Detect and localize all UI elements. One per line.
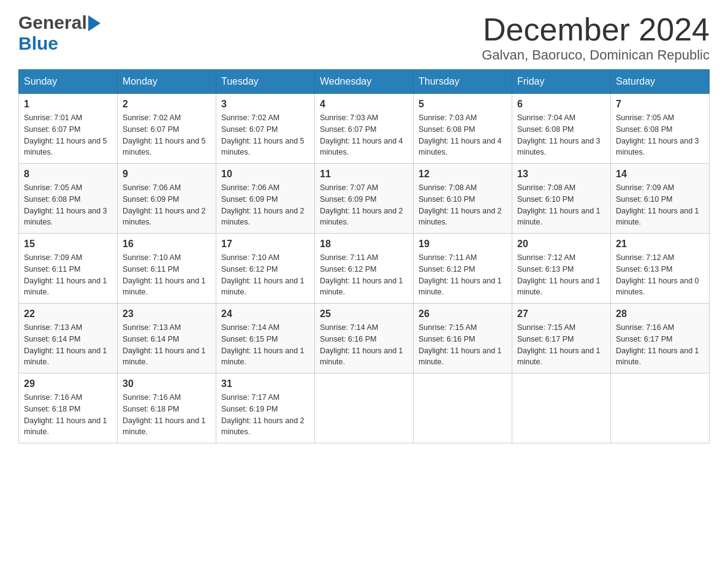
table-row [611,373,710,443]
table-row: 31 Sunrise: 7:17 AM Sunset: 6:19 PM Dayl… [216,373,315,443]
day-number: 6 [517,99,605,110]
day-info: Sunrise: 7:10 AM Sunset: 6:12 PM Dayligh… [221,252,309,298]
table-row: 19 Sunrise: 7:11 AM Sunset: 6:12 PM Dayl… [414,234,512,304]
day-info: Sunrise: 7:02 AM Sunset: 6:07 PM Dayligh… [221,112,309,158]
day-info: Sunrise: 7:06 AM Sunset: 6:09 PM Dayligh… [123,182,211,228]
table-row: 5 Sunrise: 7:03 AM Sunset: 6:08 PM Dayli… [414,94,512,164]
table-row: 10 Sunrise: 7:06 AM Sunset: 6:09 PM Dayl… [216,164,315,234]
day-info: Sunrise: 7:05 AM Sunset: 6:08 PM Dayligh… [616,112,704,158]
day-info: Sunrise: 7:13 AM Sunset: 6:14 PM Dayligh… [24,322,112,368]
table-row: 30 Sunrise: 7:16 AM Sunset: 6:18 PM Dayl… [118,373,216,443]
day-info: Sunrise: 7:02 AM Sunset: 6:07 PM Dayligh… [123,112,211,158]
day-info: Sunrise: 7:10 AM Sunset: 6:11 PM Dayligh… [123,252,211,298]
table-row: 4 Sunrise: 7:03 AM Sunset: 6:07 PM Dayli… [315,94,414,164]
header-tuesday: Tuesday [216,70,315,94]
day-number: 18 [320,239,408,250]
day-info: Sunrise: 7:14 AM Sunset: 6:15 PM Dayligh… [221,322,309,368]
day-info: Sunrise: 7:09 AM Sunset: 6:10 PM Dayligh… [616,182,704,228]
header-sunday: Sunday [19,70,118,94]
svg-marker-0 [88,15,100,31]
day-number: 5 [419,99,507,110]
header-thursday: Thursday [414,70,512,94]
day-info: Sunrise: 7:14 AM Sunset: 6:16 PM Dayligh… [320,322,408,368]
calendar-week-2: 8 Sunrise: 7:05 AM Sunset: 6:08 PM Dayli… [19,164,710,234]
table-row: 3 Sunrise: 7:02 AM Sunset: 6:07 PM Dayli… [216,94,315,164]
title-block: December 2024 Galvan, Baoruco, Dominican… [482,12,710,63]
day-info: Sunrise: 7:05 AM Sunset: 6:08 PM Dayligh… [24,182,112,228]
calendar-header-row: Sunday Monday Tuesday Wednesday Thursday… [19,70,710,94]
table-row: 1 Sunrise: 7:01 AM Sunset: 6:07 PM Dayli… [19,94,118,164]
day-info: Sunrise: 7:04 AM Sunset: 6:08 PM Dayligh… [517,112,605,158]
calendar-title: December 2024 [482,12,710,47]
table-row: 23 Sunrise: 7:13 AM Sunset: 6:14 PM Dayl… [118,304,216,373]
day-info: Sunrise: 7:11 AM Sunset: 6:12 PM Dayligh… [320,252,408,298]
day-info: Sunrise: 7:08 AM Sunset: 6:10 PM Dayligh… [517,182,605,228]
header-wednesday: Wednesday [315,70,414,94]
day-number: 3 [221,99,309,110]
table-row: 25 Sunrise: 7:14 AM Sunset: 6:16 PM Dayl… [315,304,414,373]
logo: General Blue [18,12,100,54]
page-header: General Blue December 2024 Galvan, Baoru… [18,12,710,63]
day-number: 7 [616,99,704,110]
table-row: 18 Sunrise: 7:11 AM Sunset: 6:12 PM Dayl… [315,234,414,304]
logo-blue-text: Blue [18,33,58,54]
day-number: 31 [221,378,309,389]
day-info: Sunrise: 7:16 AM Sunset: 6:18 PM Dayligh… [123,392,211,438]
day-number: 13 [517,169,605,180]
day-number: 29 [24,378,112,389]
table-row: 13 Sunrise: 7:08 AM Sunset: 6:10 PM Dayl… [512,164,611,234]
table-row: 9 Sunrise: 7:06 AM Sunset: 6:09 PM Dayli… [118,164,216,234]
day-info: Sunrise: 7:03 AM Sunset: 6:07 PM Dayligh… [320,112,408,158]
day-info: Sunrise: 7:09 AM Sunset: 6:11 PM Dayligh… [24,252,112,298]
table-row [315,373,414,443]
day-number: 12 [419,169,507,180]
header-saturday: Saturday [611,70,710,94]
calendar-table: Sunday Monday Tuesday Wednesday Thursday… [18,69,710,443]
day-number: 17 [221,239,309,250]
table-row [512,373,611,443]
table-row: 11 Sunrise: 7:07 AM Sunset: 6:09 PM Dayl… [315,164,414,234]
day-number: 16 [123,239,211,250]
header-monday: Monday [118,70,216,94]
day-number: 28 [616,308,704,320]
table-row: 7 Sunrise: 7:05 AM Sunset: 6:08 PM Dayli… [611,94,710,164]
day-number: 23 [123,308,211,320]
calendar-week-1: 1 Sunrise: 7:01 AM Sunset: 6:07 PM Dayli… [19,94,710,164]
table-row: 29 Sunrise: 7:16 AM Sunset: 6:18 PM Dayl… [19,373,118,443]
day-number: 9 [123,169,211,180]
day-info: Sunrise: 7:12 AM Sunset: 6:13 PM Dayligh… [517,252,605,298]
day-info: Sunrise: 7:17 AM Sunset: 6:19 PM Dayligh… [221,392,309,438]
table-row: 12 Sunrise: 7:08 AM Sunset: 6:10 PM Dayl… [414,164,512,234]
day-number: 24 [221,308,309,320]
table-row: 6 Sunrise: 7:04 AM Sunset: 6:08 PM Dayli… [512,94,611,164]
day-number: 22 [24,308,112,320]
table-row: 15 Sunrise: 7:09 AM Sunset: 6:11 PM Dayl… [19,234,118,304]
table-row: 14 Sunrise: 7:09 AM Sunset: 6:10 PM Dayl… [611,164,710,234]
table-row: 17 Sunrise: 7:10 AM Sunset: 6:12 PM Dayl… [216,234,315,304]
table-row: 16 Sunrise: 7:10 AM Sunset: 6:11 PM Dayl… [118,234,216,304]
table-row [414,373,512,443]
day-info: Sunrise: 7:01 AM Sunset: 6:07 PM Dayligh… [24,112,112,158]
header-friday: Friday [512,70,611,94]
calendar-week-4: 22 Sunrise: 7:13 AM Sunset: 6:14 PM Dayl… [19,304,710,373]
calendar-subtitle: Galvan, Baoruco, Dominican Republic [482,47,710,63]
day-info: Sunrise: 7:08 AM Sunset: 6:10 PM Dayligh… [419,182,507,228]
table-row: 24 Sunrise: 7:14 AM Sunset: 6:15 PM Dayl… [216,304,315,373]
day-number: 26 [419,308,507,320]
day-number: 4 [320,99,408,110]
table-row: 27 Sunrise: 7:15 AM Sunset: 6:17 PM Dayl… [512,304,611,373]
table-row: 20 Sunrise: 7:12 AM Sunset: 6:13 PM Dayl… [512,234,611,304]
logo-general-text: General [18,12,87,33]
day-number: 27 [517,308,605,320]
table-row: 8 Sunrise: 7:05 AM Sunset: 6:08 PM Dayli… [19,164,118,234]
table-row: 21 Sunrise: 7:12 AM Sunset: 6:13 PM Dayl… [611,234,710,304]
day-info: Sunrise: 7:16 AM Sunset: 6:18 PM Dayligh… [24,392,112,438]
calendar-week-3: 15 Sunrise: 7:09 AM Sunset: 6:11 PM Dayl… [19,234,710,304]
day-number: 1 [24,99,112,110]
day-number: 11 [320,169,408,180]
table-row: 2 Sunrise: 7:02 AM Sunset: 6:07 PM Dayli… [118,94,216,164]
day-number: 25 [320,308,408,320]
table-row: 28 Sunrise: 7:16 AM Sunset: 6:17 PM Dayl… [611,304,710,373]
table-row: 22 Sunrise: 7:13 AM Sunset: 6:14 PM Dayl… [19,304,118,373]
day-number: 19 [419,239,507,250]
